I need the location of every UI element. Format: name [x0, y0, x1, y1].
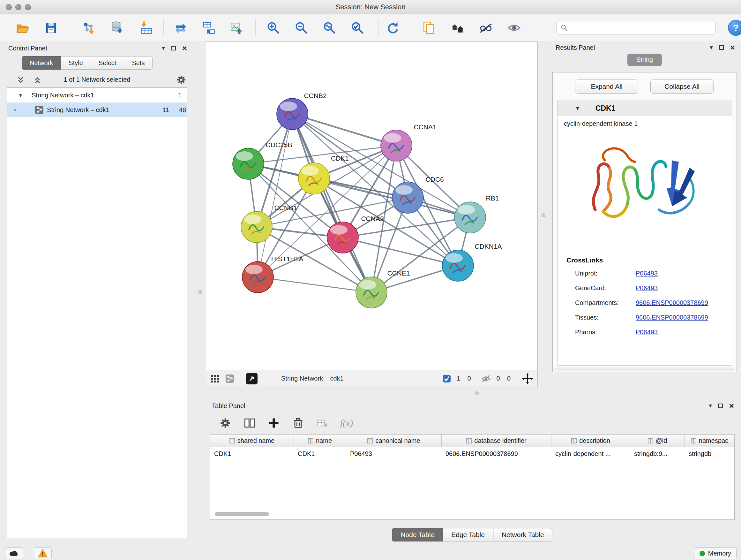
network-edge-CCNB2-CCNA1[interactable]: [292, 114, 396, 145]
table-cell[interactable]: CDK1: [210, 447, 294, 460]
network-row-selected[interactable]: ● String Network – cdk1 11 48: [7, 103, 187, 117]
help-button[interactable]: ?: [728, 20, 741, 36]
column-header[interactable]: name: [294, 435, 346, 447]
collapse-section-icon[interactable]: ▼: [575, 106, 580, 111]
tab-node-table[interactable]: Node Table: [392, 528, 443, 542]
pan-crosshair-icon[interactable]: [522, 373, 533, 384]
network-edge-CCNB2-HIST1H1A[interactable]: [258, 114, 292, 277]
panel-menu-icon[interactable]: ▾: [710, 44, 713, 52]
table-cell[interactable]: cyclin-dependent ...: [551, 447, 630, 460]
collapse-all-button[interactable]: Collapse All: [650, 79, 714, 94]
zoom-selected-button[interactable]: [348, 19, 366, 37]
import-table-button[interactable]: [137, 19, 155, 37]
column-header[interactable]: database identifier: [442, 435, 551, 447]
zoom-fit-button[interactable]: [320, 19, 338, 37]
column-header[interactable]: @id: [630, 435, 685, 447]
open-session-button[interactable]: [13, 19, 31, 37]
window-close-button[interactable]: [6, 4, 12, 10]
crosslink-link[interactable]: P06493: [636, 285, 658, 292]
network-node-CDKN1A[interactable]: [442, 250, 474, 281]
table-horizontal-scrollbar[interactable]: [215, 512, 269, 516]
hidden-eye-slash-icon[interactable]: [481, 374, 491, 383]
window-minimize-button[interactable]: [15, 4, 21, 10]
table-cell[interactable]: stringdb: [685, 447, 734, 460]
delete-table-button[interactable]: [313, 414, 331, 432]
results-tab-string[interactable]: String: [627, 54, 662, 66]
vertical-splitter-handle[interactable]: [199, 290, 202, 294]
panel-close-icon[interactable]: ×: [729, 401, 734, 410]
network-node-CCNA1[interactable]: [381, 130, 412, 161]
annotation-mode-button[interactable]: [246, 373, 258, 384]
zoom-out-button[interactable]: [292, 19, 310, 37]
save-session-button[interactable]: [42, 19, 60, 37]
column-header[interactable]: namespac: [685, 435, 734, 447]
string-view-icon[interactable]: [225, 374, 234, 383]
network-overview-button[interactable]: [449, 19, 467, 37]
network-node-CCNA2[interactable]: [327, 222, 358, 253]
show-columns-button[interactable]: [241, 414, 259, 432]
network-node-CDC25B[interactable]: [232, 148, 264, 179]
column-header[interactable]: description: [551, 435, 630, 447]
crosslink-link[interactable]: P06493: [636, 270, 658, 277]
network-node-CCNB2[interactable]: [277, 98, 308, 130]
search-input[interactable]: [570, 24, 712, 32]
column-header[interactable]: shared name: [210, 435, 294, 447]
export-image-button[interactable]: [228, 19, 246, 37]
horizontal-splitter-handle[interactable]: [475, 391, 479, 395]
table-cell[interactable]: CDK1: [294, 447, 346, 460]
table-cell[interactable]: P06493: [346, 447, 442, 460]
network-collection-row[interactable]: ▼ String Network – cdk1 1: [7, 88, 187, 103]
delete-column-button[interactable]: [289, 414, 307, 432]
hide-details-button[interactable]: [477, 19, 495, 37]
panel-float-icon[interactable]: [172, 46, 176, 51]
search-box[interactable]: [556, 21, 716, 35]
network-node-CDC6[interactable]: [392, 182, 423, 213]
import-network-database-button[interactable]: [109, 19, 126, 37]
memory-button[interactable]: Memory: [694, 547, 737, 559]
refresh-button[interactable]: [384, 19, 402, 37]
network-node-HIST1H1A[interactable]: [242, 261, 273, 293]
table-cell[interactable]: 9606.ENSP00000378699: [442, 447, 551, 460]
crosslink-link[interactable]: 9606.ENSP00000378699: [636, 314, 708, 321]
network-canvas[interactable]: CCNB2CCNA1CDC25BCDK1CDC6RB1CCNB1CCNA2CDK…: [206, 42, 537, 370]
selected-checkbox-icon[interactable]: [443, 374, 451, 383]
network-node-RB1[interactable]: [455, 202, 486, 233]
tab-sets[interactable]: Sets: [124, 56, 152, 70]
show-details-button[interactable]: [505, 19, 523, 37]
window-zoom-button[interactable]: [25, 4, 31, 10]
panel-menu-icon[interactable]: ▾: [709, 401, 712, 410]
network-merge-button[interactable]: [172, 19, 190, 37]
new-network-from-table-button[interactable]: [200, 19, 218, 37]
table-cell[interactable]: stringdb:9...: [630, 447, 685, 460]
warnings-button[interactable]: [34, 547, 52, 559]
panel-float-icon[interactable]: [719, 45, 724, 50]
vertical-splitter-handle[interactable]: [542, 213, 545, 217]
function-builder-button[interactable]: f(x): [338, 414, 355, 432]
network-options-gear-icon[interactable]: [176, 74, 187, 85]
network-node-CCNE1[interactable]: [356, 277, 387, 308]
tab-style[interactable]: Style: [61, 56, 91, 70]
protein-header[interactable]: ▼ CDK1: [557, 101, 732, 116]
panel-close-icon[interactable]: ×: [730, 44, 735, 52]
table-options-button[interactable]: [216, 414, 234, 432]
network-node-CDK1[interactable]: [298, 163, 330, 194]
cloud-status-button[interactable]: [5, 547, 23, 559]
network-edge-HIST1H1A-CCNE1[interactable]: [258, 277, 372, 293]
tab-network-table[interactable]: Network Table: [493, 528, 553, 542]
import-network-file-button[interactable]: [80, 19, 98, 37]
create-column-button[interactable]: [265, 414, 283, 432]
network-node-CCNB1[interactable]: [241, 211, 272, 243]
duplicate-network-button[interactable]: [420, 19, 438, 37]
tab-network[interactable]: Network: [22, 56, 61, 70]
crosslink-link[interactable]: 9606.ENSP00000378699: [636, 299, 708, 307]
zoom-in-button[interactable]: [264, 19, 282, 37]
expand-all-button[interactable]: Expand All: [575, 79, 638, 94]
panel-menu-icon[interactable]: ▾: [162, 44, 165, 52]
panel-float-icon[interactable]: [718, 403, 723, 408]
crosslink-link[interactable]: P06493: [636, 328, 658, 336]
birds-eye-grid-icon[interactable]: [211, 374, 219, 383]
tree-expand-icon[interactable]: ▼: [18, 92, 23, 98]
network-graph[interactable]: CCNB2CCNA1CDC25BCDK1CDC6RB1CCNB1CCNA2CDK…: [206, 42, 537, 370]
tab-edge-table[interactable]: Edge Table: [443, 528, 493, 542]
tab-select[interactable]: Select: [91, 56, 125, 70]
